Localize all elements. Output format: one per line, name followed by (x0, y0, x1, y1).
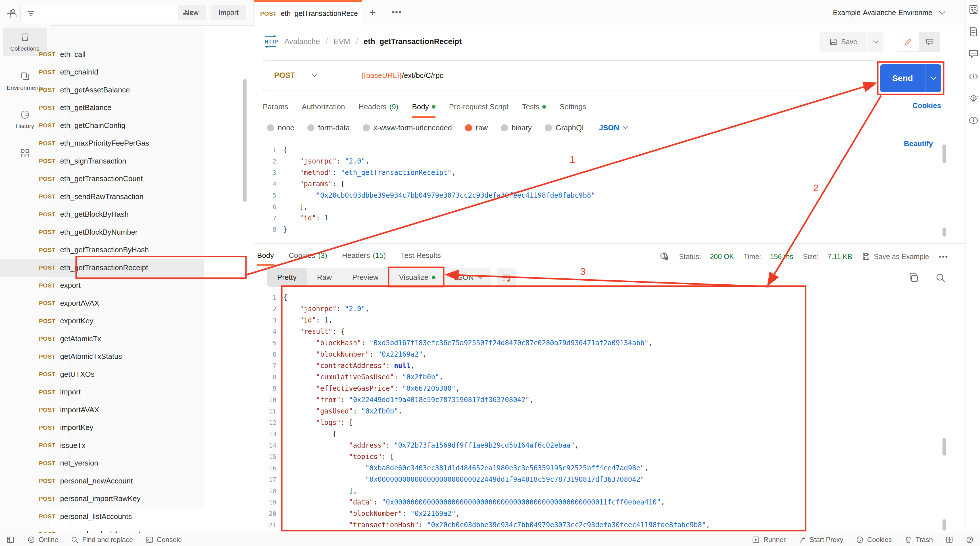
network-lock-icon[interactable] (660, 252, 669, 261)
response-options-icon[interactable]: ••• (939, 252, 948, 261)
response-tab-cookies[interactable]: Cookies(3) (289, 247, 327, 266)
method-selector[interactable]: POST (274, 71, 295, 80)
console-button[interactable]: Console (145, 536, 182, 544)
online-status[interactable]: Online (27, 536, 58, 544)
request-editor-scrollbar[interactable] (942, 144, 946, 163)
view-tab-visualize[interactable]: Visualize (388, 268, 446, 287)
sidebar-request-issueTx[interactable]: POSTissueTx (0, 436, 204, 455)
request-language-select[interactable]: JSON (599, 123, 628, 132)
sidebar-request-getAtomicTxStatus[interactable]: POSTgetAtomicTxStatus (0, 348, 204, 366)
sidebar-request-importAVAX[interactable]: POSTimportAVAX (0, 401, 204, 419)
request-tab-authorization[interactable]: Authorization (302, 97, 345, 118)
send-options-button[interactable] (926, 76, 941, 80)
url-bar[interactable]: POST {{baseURL}}/ext/bc/C/rpc (263, 60, 876, 91)
start-proxy-button[interactable]: Start Proxy (798, 536, 843, 544)
send-button[interactable]: Send (880, 64, 941, 92)
pm-lightbulb-icon[interactable] (968, 93, 979, 104)
comments-button[interactable] (919, 32, 940, 52)
breadcrumb-collection[interactable]: Avalanche (284, 37, 320, 46)
view-tab-preview[interactable]: Preview (342, 268, 388, 287)
sidebar-toggle-icon[interactable] (6, 535, 15, 544)
request-tab-body[interactable]: Body (412, 97, 435, 118)
environment-quick-look-icon[interactable] (968, 4, 979, 15)
sidebar-request-eth_signTransaction[interactable]: POSTeth_signTransaction (0, 152, 204, 170)
sidebar-request-exportAVAX[interactable]: POSTexportAVAX (0, 294, 204, 312)
body-mode-x-www-form-urlencoded[interactable]: x-www-form-urlencoded (363, 123, 452, 132)
find-and-replace[interactable]: Find and replace (71, 536, 133, 544)
request-body-editor[interactable]: 1{2 "jsonrpc": "2.0",3 "method": "eth_ge… (263, 143, 942, 235)
sidebar-request-eth_getChainConfig[interactable]: POSTeth_getChainConfig (0, 117, 204, 134)
sidebar-request-eth_getTransactionReceipt[interactable]: POSTeth_getTransactionReceipt (0, 259, 204, 277)
sidebar-request-net_version[interactable]: POSTnet_version (0, 455, 204, 473)
sidebar-request-eth_getAssetBalance[interactable]: POSTeth_getAssetBalance (0, 81, 204, 99)
response-tab-test-results[interactable]: Test Results (401, 247, 441, 266)
environment-selector[interactable]: Example-Avalanche-Environme (833, 0, 946, 25)
tab-options-icon[interactable]: ••• (391, 7, 402, 17)
breadcrumb-request-name[interactable]: eth_getTransactionReceipt (364, 37, 461, 46)
info-icon[interactable] (968, 115, 979, 126)
body-mode-binary[interactable]: binary (501, 123, 532, 132)
sidebar-request-getAtomicTx[interactable]: POSTgetAtomicTx (0, 330, 204, 348)
request-editor-scrollbar-bottom[interactable] (942, 228, 946, 236)
request-tab-params[interactable]: Params (263, 97, 288, 118)
documentation-icon[interactable] (968, 26, 979, 37)
sidebar-request-personal_listAccounts[interactable]: POSTpersonal_listAccounts (0, 508, 204, 525)
add-collection-button[interactable] (6, 8, 16, 19)
sidebar-request-eth_call[interactable]: POSTeth_call (0, 46, 204, 64)
two-pane-icon[interactable] (945, 536, 953, 544)
sidebar-request-eth_maxPriorityFeePerGas[interactable]: POSTeth_maxPriorityFeePerGas (0, 134, 204, 152)
sidebar-request-getUTXOs[interactable]: POSTgetUTXOs (0, 366, 204, 383)
sidebar-request-exportKey[interactable]: POSTexportKey (0, 312, 204, 330)
sidebar-request-eth_chainId[interactable]: POSTeth_chainId (0, 64, 204, 81)
view-tab-pretty[interactable]: Pretty (267, 268, 307, 287)
body-mode-form-data[interactable]: form-data (307, 123, 350, 132)
code-icon[interactable] (968, 71, 979, 82)
sidebar-request-export[interactable]: POSTexport (0, 277, 204, 295)
sidebar-request-eth_getTransactionByHash[interactable]: POSTeth_getTransactionByHash (0, 241, 204, 259)
sidebar-request-eth_getTransactionCount[interactable]: POSTeth_getTransactionCount (0, 170, 204, 188)
sidebar-request-personal_importRawKey[interactable]: POSTpersonal_importRawKey (0, 490, 204, 508)
save-as-example-button[interactable]: Save as Example (862, 252, 929, 261)
request-tab-headers[interactable]: Headers(9) (358, 97, 398, 118)
chevron-down-icon[interactable] (311, 73, 318, 78)
body-mode-none[interactable]: none (267, 123, 294, 132)
collections-filter-input[interactable] (21, 4, 178, 23)
sidebar-request-eth_getBlockByNumber[interactable]: POSTeth_getBlockByNumber (0, 223, 204, 241)
response-editor-scrollbar-bottom[interactable] (942, 519, 946, 531)
sidebar-request-personal_newAccount[interactable]: POSTpersonal_newAccount (0, 472, 204, 490)
save-button[interactable]: Save (819, 32, 867, 52)
new-tab-button[interactable]: + (369, 6, 376, 19)
trash-button[interactable]: Trash (904, 536, 933, 544)
url-input[interactable]: {{baseURL}}/ext/bc/C/rpc (361, 71, 444, 80)
request-tab-pre-request-script[interactable]: Pre-request Script (449, 97, 509, 118)
edit-mode-button[interactable] (897, 32, 919, 52)
import-button[interactable]: Import (211, 5, 246, 20)
sidebar-scrollbar[interactable] (243, 79, 247, 202)
request-tab-settings[interactable]: Settings (560, 97, 586, 118)
runner-button[interactable]: Runner (752, 536, 786, 544)
response-language-select[interactable]: JSON (447, 268, 491, 287)
comments-icon[interactable] (968, 48, 979, 59)
response-tab-headers[interactable]: Headers(15) (342, 247, 386, 266)
cookies-button[interactable]: Cookies (856, 536, 892, 544)
sidebar-request-importKey[interactable]: POSTimportKey (0, 419, 204, 437)
view-tab-raw[interactable]: Raw (307, 268, 342, 287)
search-response-button[interactable] (935, 272, 947, 284)
body-mode-GraphQL[interactable]: GraphQL (545, 123, 586, 132)
breadcrumb-folder[interactable]: EVM (334, 37, 350, 46)
body-mode-raw[interactable]: raw (465, 123, 488, 132)
sidebar-request-eth_sendRawTransaction[interactable]: POSTeth_sendRawTransaction (0, 188, 204, 206)
response-body-editor[interactable]: 1{2 "jsonrpc": "2.0",3 "id": 1,4 "result… (263, 292, 942, 531)
collections-options-icon[interactable]: ••• (183, 9, 192, 18)
help-icon[interactable] (966, 536, 974, 544)
copy-response-button[interactable] (908, 272, 920, 284)
request-tab[interactable]: POST eth_getTransactionRece (254, 0, 362, 25)
save-options-button[interactable] (867, 32, 883, 52)
sidebar-request-eth_getBlockByHash[interactable]: POSTeth_getBlockByHash (0, 206, 204, 224)
response-tab-body[interactable]: Body (257, 247, 274, 266)
wrap-lines-button[interactable] (496, 268, 516, 287)
response-editor-scrollbar[interactable] (942, 438, 946, 455)
sidebar-request-eth_getBalance[interactable]: POSTeth_getBalance (0, 99, 204, 117)
request-tab-tests[interactable]: Tests (522, 97, 546, 118)
sidebar-request-import[interactable]: POSTimport (0, 383, 204, 401)
